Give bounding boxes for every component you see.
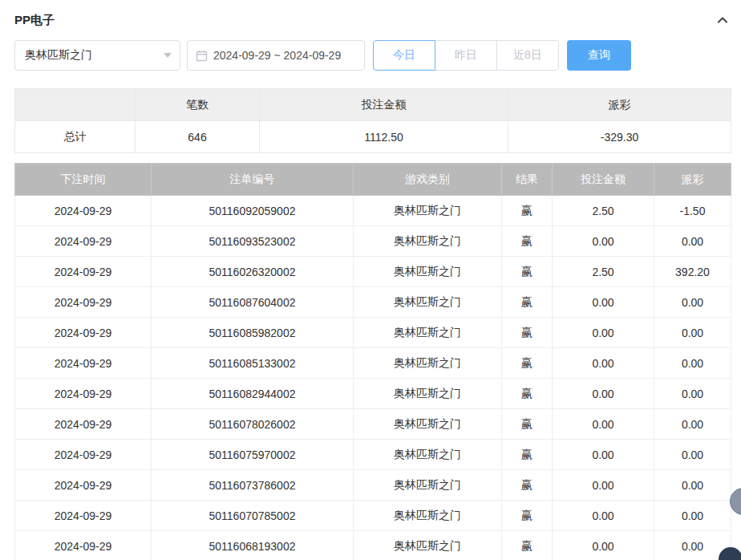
date-range-picker[interactable]: 2024-09-29 ~ 2024-09-29 (187, 40, 365, 71)
summary-header-bet-amount: 投注金额 (260, 89, 508, 121)
game-type-cell: 奥林匹斯之门 (354, 226, 502, 257)
bet-time-cell: 2024-09-29 (15, 348, 152, 379)
header-bet-time: 下注时间 (15, 164, 152, 196)
order-no-cell: 50116026320002 (152, 257, 354, 287)
bet-amount-cell: 2.50 (553, 257, 654, 287)
bet-time-cell: 2024-09-29 (15, 409, 152, 440)
bet-records-table: 下注时间 注单编号 游戏类别 结果 投注金额 派彩 2024-09-295011… (14, 163, 731, 560)
summary-payout: -329.30 (508, 121, 731, 153)
payout-cell: 0.00 (654, 440, 731, 470)
bet-amount-cell: 0.00 (553, 470, 654, 501)
quick-button-today[interactable]: 今日 (373, 40, 435, 71)
summary-header-empty (15, 89, 136, 121)
quick-button-last8days[interactable]: 近8日 (496, 40, 559, 71)
result-cell: 赢 (502, 379, 553, 409)
header-result: 结果 (502, 164, 553, 196)
game-type-cell: 奥林匹斯之门 (354, 318, 502, 348)
order-no-cell: 50116078026002 (152, 409, 354, 440)
payout-cell: 0.00 (654, 226, 731, 257)
result-cell: 赢 (502, 440, 553, 470)
game-type-cell: 奥林匹斯之门 (354, 257, 502, 287)
bet-amount-cell: 0.00 (553, 287, 654, 318)
summary-header-row: 笔数 投注金额 派彩 (15, 89, 731, 121)
bet-amount-cell: 2.50 (553, 196, 654, 226)
order-no-cell: 50116068193002 (152, 531, 354, 560)
game-type-cell: 奥林匹斯之门 (354, 287, 502, 318)
order-no-cell: 50116087604002 (152, 287, 354, 318)
game-type-cell: 奥林匹斯之门 (354, 501, 502, 531)
header-bet-amount: 投注金额 (553, 164, 654, 196)
game-type-cell: 奥林匹斯之门 (354, 409, 502, 440)
section-header: PP电子 (14, 10, 731, 30)
bet-amount-cell: 0.00 (553, 379, 654, 409)
bet-time-cell: 2024-09-29 (15, 470, 152, 501)
table-row: 2024-09-2950116068193002奥林匹斯之门赢0.000.00 (15, 531, 731, 560)
summary-total-row: 总计 646 1112.50 -329.30 (15, 121, 731, 153)
bet-amount-cell: 0.00 (553, 501, 654, 531)
table-row: 2024-09-2950116026320002奥林匹斯之门赢2.50392.2… (15, 257, 731, 287)
result-cell: 赢 (502, 196, 553, 226)
page-title: PP电子 (14, 13, 55, 28)
game-type-cell: 奥林匹斯之门 (354, 348, 502, 379)
chevron-down-icon (164, 53, 172, 58)
collapse-chevron-up-icon[interactable] (715, 12, 731, 28)
table-row: 2024-09-2950116092059002奥林匹斯之门赢2.50-1.50 (15, 196, 731, 226)
order-no-cell: 50116085982002 (152, 318, 354, 348)
bet-time-cell: 2024-09-29 (15, 379, 152, 409)
header-order-no: 注单编号 (152, 164, 354, 196)
summary-count-value: 646 (136, 121, 260, 153)
calendar-icon (196, 50, 208, 62)
table-row: 2024-09-2950116075970002奥林匹斯之门赢0.000.00 (15, 440, 731, 470)
summary-bet-amount-value: 1112.50 (260, 121, 508, 153)
payout-cell: 392.20 (654, 257, 731, 287)
bet-amount-cell: 0.00 (553, 226, 654, 257)
result-cell: 赢 (502, 501, 553, 531)
table-row: 2024-09-2950116093523002奥林匹斯之门赢0.000.00 (15, 226, 731, 257)
payout-cell: 0.00 (654, 318, 731, 348)
game-select-value: 奥林匹斯之门 (25, 48, 92, 63)
game-type-cell: 奥林匹斯之门 (354, 440, 502, 470)
table-header-row: 下注时间 注单编号 游戏类别 结果 投注金额 派彩 (15, 164, 731, 196)
payout-cell: 0.00 (654, 287, 731, 318)
payout-cell: 0.00 (654, 348, 731, 379)
payout-cell: 0.00 (654, 501, 731, 531)
bet-table-body: 2024-09-2950116092059002奥林匹斯之门赢2.50-1.50… (15, 196, 731, 560)
result-cell: 赢 (502, 531, 553, 560)
bet-time-cell: 2024-09-29 (15, 501, 152, 531)
filter-bar: 奥林匹斯之门 2024-09-29 ~ 2024-09-29 今日 昨日 近8日… (14, 40, 731, 71)
table-row: 2024-09-2950116073786002奥林匹斯之门赢0.000.00 (15, 470, 731, 501)
bet-time-cell: 2024-09-29 (15, 531, 152, 560)
table-row: 2024-09-2950116082944002奥林匹斯之门赢0.000.00 (15, 379, 731, 409)
result-cell: 赢 (502, 348, 553, 379)
quick-button-yesterday[interactable]: 昨日 (435, 40, 497, 71)
order-no-cell: 50116082944002 (152, 379, 354, 409)
summary-table: 笔数 投注金额 派彩 总计 646 1112.50 -329.30 (14, 88, 731, 153)
header-payout: 派彩 (654, 164, 731, 196)
date-range-value: 2024-09-29 ~ 2024-09-29 (213, 49, 341, 62)
bet-time-cell: 2024-09-29 (15, 257, 152, 287)
bet-amount-cell: 0.00 (553, 318, 654, 348)
summary-total-label: 总计 (15, 121, 136, 153)
result-cell: 赢 (502, 287, 553, 318)
game-select[interactable]: 奥林匹斯之门 (14, 40, 180, 71)
order-no-cell: 50116073786002 (152, 470, 354, 501)
game-type-cell: 奥林匹斯之门 (354, 196, 502, 226)
table-row: 2024-09-2950116070785002奥林匹斯之门赢0.000.00 (15, 501, 731, 531)
table-row: 2024-09-2950116085982002奥林匹斯之门赢0.000.00 (15, 318, 731, 348)
result-cell: 赢 (502, 257, 553, 287)
summary-header-count: 笔数 (136, 89, 260, 121)
query-button[interactable]: 查询 (567, 40, 631, 71)
bet-time-cell: 2024-09-29 (15, 318, 152, 348)
bet-amount-cell: 0.00 (553, 440, 654, 470)
payout-cell: 0.00 (654, 470, 731, 501)
bet-amount-cell: 0.00 (553, 531, 654, 560)
game-type-cell: 奥林匹斯之门 (354, 470, 502, 501)
table-row: 2024-09-2950116078026002奥林匹斯之门赢0.000.00 (15, 409, 731, 440)
order-no-cell: 50116092059002 (152, 196, 354, 226)
bet-time-cell: 2024-09-29 (15, 440, 152, 470)
order-no-cell: 50116075970002 (152, 440, 354, 470)
payout-cell: 0.00 (654, 379, 731, 409)
result-cell: 赢 (502, 409, 553, 440)
bet-time-cell: 2024-09-29 (15, 226, 152, 257)
order-no-cell: 50116093523002 (152, 226, 354, 257)
